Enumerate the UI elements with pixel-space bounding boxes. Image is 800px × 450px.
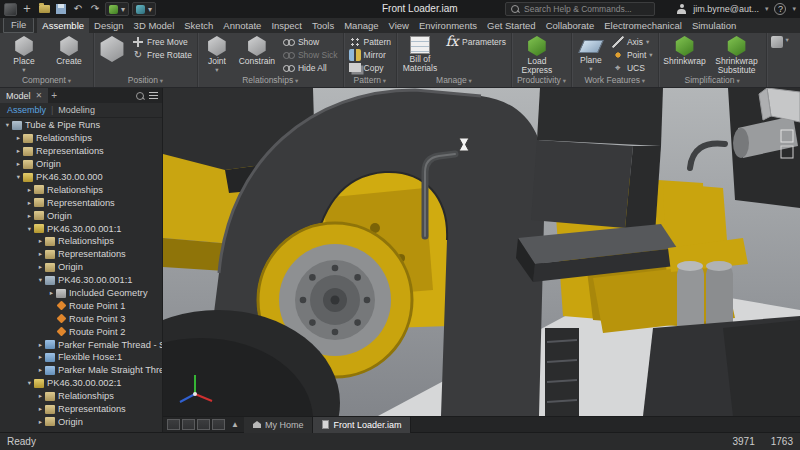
collapsed-arrow-icon[interactable]: ▸ xyxy=(25,199,34,207)
chevron-down-icon[interactable]: ▾ xyxy=(786,36,789,44)
browser-search-icon[interactable] xyxy=(135,91,145,101)
help-search-box[interactable] xyxy=(505,2,655,16)
collapsed-arrow-icon[interactable]: ▸ xyxy=(36,366,45,374)
ribbon-tab-electromechanical[interactable]: Electromechanical xyxy=(599,18,687,33)
tree-item[interactable]: ▸Representations xyxy=(0,145,162,158)
collapsed-arrow-icon[interactable]: ▸ xyxy=(14,160,23,168)
tree-item[interactable]: ▸Parker Female Thread - Swivel 1 xyxy=(0,338,162,351)
joint-button[interactable]: Joint ▾ xyxy=(201,35,233,75)
front-loader-3d-model[interactable] xyxy=(163,88,800,416)
tree-item[interactable]: ▸Origin xyxy=(0,415,162,428)
collapsed-arrow-icon[interactable]: ▸ xyxy=(36,353,45,361)
shrinkwrap-substitute-button[interactable]: Shrinkwrap Substitute xyxy=(711,35,763,75)
tree-item[interactable]: ▸Origin xyxy=(0,209,162,222)
expanded-arrow-icon[interactable]: ▾ xyxy=(25,379,34,387)
browser-dock-icon[interactable] xyxy=(167,419,180,430)
panel-label-work-features[interactable]: Work Features xyxy=(572,75,658,87)
show-button[interactable]: Show xyxy=(281,35,340,48)
expanded-arrow-icon[interactable]: ▾ xyxy=(3,121,12,129)
ribbon-tab-get-started[interactable]: Get Started xyxy=(482,18,541,33)
panel-label-manage[interactable]: Manage xyxy=(397,75,511,87)
expand-up-icon[interactable]: ▲ xyxy=(231,420,239,429)
free-move-large-button[interactable] xyxy=(97,35,127,75)
3d-scene[interactable] xyxy=(163,88,800,416)
ribbon-tab-manage[interactable]: Manage xyxy=(339,18,383,33)
ribbon-tab-assemble[interactable]: Assemble xyxy=(37,18,89,33)
bill-of-materials-button[interactable]: Bill of Materials xyxy=(400,35,440,75)
browser-menu-icon[interactable] xyxy=(149,92,158,99)
free-rotate-button[interactable]: ↻ Free Rotate xyxy=(130,48,194,61)
expanded-arrow-icon[interactable]: ▾ xyxy=(14,173,23,181)
collapsed-arrow-icon[interactable]: ▸ xyxy=(36,237,45,245)
panel-label-pattern[interactable]: Pattern xyxy=(344,75,396,87)
tree-item[interactable]: ▸Relationships xyxy=(0,132,162,145)
open-button[interactable] xyxy=(37,2,51,16)
user-avatar-icon[interactable] xyxy=(676,4,687,15)
view-cube[interactable] xyxy=(759,88,800,122)
parameters-button[interactable]: fx Parameters xyxy=(443,35,508,48)
tree-item[interactable]: ▸Representations xyxy=(0,196,162,209)
collapsed-arrow-icon[interactable]: ▸ xyxy=(36,405,45,413)
copy-button[interactable]: Copy xyxy=(347,61,393,74)
help-button[interactable]: ? xyxy=(774,3,786,15)
collapsed-arrow-icon[interactable]: ▸ xyxy=(36,263,45,271)
close-icon[interactable]: ✕ xyxy=(36,91,43,100)
tree-item[interactable]: Route Point 2 xyxy=(0,325,162,338)
ribbon-tab-simulation[interactable]: Simulation xyxy=(687,18,741,33)
create-button[interactable]: Create xyxy=(48,35,90,75)
place-button[interactable]: Place ▾ xyxy=(3,35,45,75)
user-menu-chevron-icon[interactable]: ▾ xyxy=(765,5,769,13)
tree-item[interactable]: ▾PK46.30.00.001:1 xyxy=(0,274,162,287)
collapsed-arrow-icon[interactable]: ▸ xyxy=(47,289,56,297)
tree-item[interactable]: ▸Flexible Hose:1 xyxy=(0,351,162,364)
tree-item[interactable]: ▾Tube & Pipe Runs xyxy=(0,119,162,132)
browser-view-tab-modeling[interactable]: Modeling xyxy=(58,105,95,115)
load-express-button[interactable]: Load Express xyxy=(515,35,559,75)
app-logo-icon[interactable] xyxy=(4,3,17,16)
collapsed-arrow-icon[interactable]: ▸ xyxy=(25,212,34,220)
tree-item[interactable]: ▸Relationships xyxy=(0,235,162,248)
document-tab-front-loader-iam[interactable]: Front Loader.iam xyxy=(313,417,411,433)
collapsed-arrow-icon[interactable]: ▸ xyxy=(36,392,45,400)
point-button[interactable]: Point ▾ xyxy=(610,48,655,61)
axis-button[interactable]: Axis ▾ xyxy=(610,35,655,48)
redo-button[interactable]: ↷ xyxy=(88,2,102,16)
ribbon-tab-3d-model[interactable]: 3D Model xyxy=(129,18,180,33)
ribbon-tab-file[interactable]: File xyxy=(3,17,34,33)
ribbon-extra-icon[interactable] xyxy=(771,36,783,48)
tree-item[interactable]: ▸Relationships xyxy=(0,390,162,403)
appearance-dropdown[interactable]: ▾ xyxy=(132,2,156,16)
signed-in-user[interactable]: jim.byrne@aut... xyxy=(693,4,759,14)
collapsed-arrow-icon[interactable]: ▸ xyxy=(25,186,34,194)
save-button[interactable] xyxy=(54,2,68,16)
tree-item[interactable]: ▾PK46.30.00.000 xyxy=(0,171,162,184)
panel-label-component[interactable]: Component xyxy=(0,75,93,87)
library-view-icon[interactable] xyxy=(212,419,225,430)
ribbon-tab-tools[interactable]: Tools xyxy=(307,18,339,33)
material-dropdown[interactable]: ▾ xyxy=(105,2,129,16)
grid-view-icon[interactable] xyxy=(182,419,195,430)
hide-all-button[interactable]: Hide All xyxy=(281,61,340,74)
panel-label-simplification[interactable]: Simplification xyxy=(659,75,766,87)
ucs-button[interactable]: ⌖ UCS xyxy=(610,61,655,74)
search-input[interactable] xyxy=(524,4,650,14)
tree-item[interactable]: ▸Representations xyxy=(0,248,162,261)
constrain-button[interactable]: Constrain xyxy=(236,35,278,75)
shrinkwrap-button[interactable]: Shrinkwrap xyxy=(662,35,708,75)
free-move-button[interactable]: Free Move xyxy=(130,35,194,48)
add-browser-tab-button[interactable]: + xyxy=(48,90,60,101)
collapsed-arrow-icon[interactable]: ▸ xyxy=(36,250,45,258)
tree-item[interactable]: Route Point 3 xyxy=(0,312,162,325)
help-menu-chevron-icon[interactable]: ▾ xyxy=(792,5,796,13)
collapsed-arrow-icon[interactable]: ▸ xyxy=(36,418,45,426)
ribbon-tab-collaborate[interactable]: Collaborate xyxy=(541,18,600,33)
plane-button[interactable]: Plane ▾ xyxy=(575,35,607,75)
expanded-arrow-icon[interactable]: ▾ xyxy=(25,225,34,233)
mirror-button[interactable]: Mirror xyxy=(347,48,393,61)
ribbon-tab-sketch[interactable]: Sketch xyxy=(179,18,218,33)
tree-item[interactable]: ▾PK46.30.00.001:1 xyxy=(0,222,162,235)
collapsed-arrow-icon[interactable]: ▸ xyxy=(14,147,23,155)
tree-item[interactable]: ▸Origin xyxy=(0,158,162,171)
panel-label-relationships[interactable]: Relationships xyxy=(198,75,343,87)
new-document-button[interactable]: + xyxy=(20,2,34,16)
